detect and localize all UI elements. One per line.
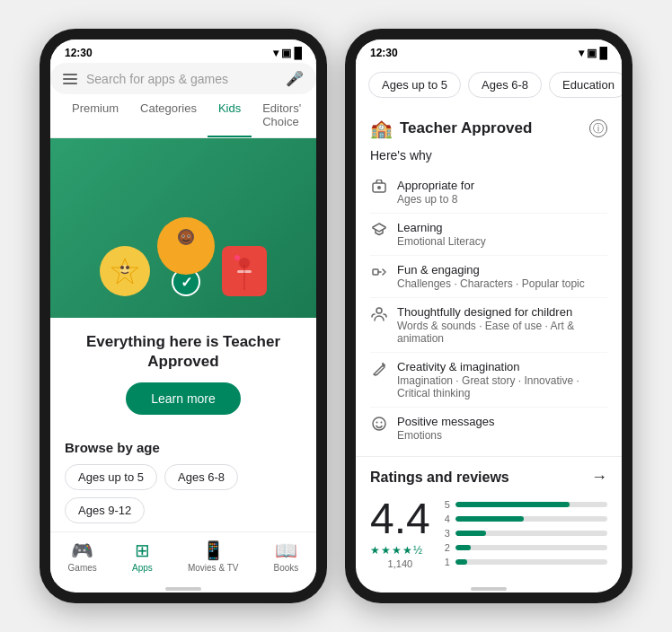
criteria-fun: Fun & engaging Challenges · Characters ·…	[370, 256, 607, 298]
left-home-indicator	[165, 587, 201, 591]
teacher-title: Teacher Approved	[400, 119, 532, 137]
left-time: 12:30	[65, 47, 93, 59]
bar-fill-4	[455, 516, 524, 522]
tab-kids[interactable]: Kids	[208, 94, 252, 137]
hamburger-icon[interactable]	[63, 74, 77, 84]
nav-tabs: Premium Categories Kids Editors' Choice	[50, 94, 316, 138]
star-character	[100, 246, 150, 296]
filter-education[interactable]: Education	[549, 72, 622, 98]
learning-icon	[370, 222, 388, 241]
bar-label-3: 3	[445, 528, 450, 539]
svg-line-11	[175, 248, 179, 253]
positive-subtitle: Emotions	[397, 429, 607, 442]
bar-row-3: 3	[445, 528, 607, 539]
nav-movies[interactable]: 📱 Movies & TV	[188, 540, 239, 573]
right-home-indicator	[471, 587, 507, 591]
svg-point-37	[381, 422, 383, 424]
fun-subtitle: Challenges · Characters · Popular topic	[397, 277, 607, 290]
bar-fill-1	[455, 559, 468, 565]
svg-point-8	[182, 235, 184, 237]
books-icon: 📖	[275, 540, 297, 561]
star-half: ½	[413, 544, 422, 557]
ratings-arrow[interactable]: →	[591, 468, 607, 487]
bag-character	[222, 246, 267, 296]
heres-why: Here's why	[370, 148, 607, 162]
learning-subtitle: Emotional Literacy	[397, 235, 607, 248]
learning-title: Learning	[397, 221, 607, 234]
rating-number: 4.4	[370, 497, 430, 540]
search-bar-container: Search for apps & games 🎤	[50, 63, 316, 94]
appropriate-title: Appropriate for	[397, 179, 607, 192]
hero-section: ✓	[50, 138, 316, 318]
tab-categories[interactable]: Categories	[129, 94, 208, 137]
left-scroll-content: ✓	[50, 138, 316, 531]
star-3: ★	[392, 544, 402, 557]
stars-row: ★ ★ ★ ★ ½	[370, 544, 430, 557]
svg-point-36	[376, 422, 378, 424]
nav-games[interactable]: 🎮 Games	[68, 540, 97, 573]
appropriate-subtitle: Ages up to 8	[397, 193, 607, 206]
bars-section: 5 4	[445, 499, 607, 567]
svg-point-2	[120, 266, 124, 269]
teacher-hat-icon: 🏫	[370, 118, 393, 139]
ratings-title: Ratings and reviews	[370, 470, 509, 486]
chip-ages-9-12[interactable]: Ages 9-12	[65, 497, 145, 523]
chip-ages-6-8[interactable]: Ages 6-8	[164, 464, 238, 490]
bar-track-4	[455, 516, 607, 522]
teacher-title-group: 🏫 Teacher Approved	[370, 118, 532, 139]
creativity-icon	[370, 361, 388, 381]
games-icon: 🎮	[71, 540, 93, 561]
ratings-section: Ratings and reviews → 4.4 ★ ★ ★ ★ ½	[356, 457, 622, 580]
bar-label-2: 2	[445, 542, 450, 553]
age-chips: Ages up to 5 Ages 6-8 Ages 9-12	[65, 464, 302, 523]
tab-editors-choice[interactable]: Editors' Choice	[252, 94, 312, 137]
star-1: ★	[370, 544, 380, 557]
bar-label-5: 5	[445, 499, 450, 510]
search-bar[interactable]: Search for apps & games 🎤	[50, 63, 316, 94]
bar-track-2	[455, 545, 607, 550]
books-label: Books	[274, 563, 299, 573]
svg-rect-10	[179, 246, 193, 259]
hero-title: Everything here is Teacher Approved	[65, 332, 302, 372]
criteria-positive: Positive messages Emotions	[370, 408, 607, 449]
filter-chips: Ages up to 5 Ages 6-8 Education	[356, 63, 622, 107]
positive-title: Positive messages	[397, 415, 607, 428]
creativity-title: Creativity & imagination	[397, 360, 607, 373]
tab-premium[interactable]: Premium	[61, 94, 129, 137]
browse-title: Browse by age	[65, 440, 302, 455]
bar-fill-2	[455, 545, 471, 550]
bar-row-1: 1	[445, 557, 607, 567]
left-status-icons: ▾ ▣ █	[273, 47, 302, 59]
info-icon[interactable]: ⓘ	[589, 119, 607, 137]
right-status-icons: ▾ ▣ █	[579, 47, 607, 59]
chip-ages-5[interactable]: Ages up to 5	[65, 464, 157, 490]
teacher-header: 🏫 Teacher Approved ⓘ	[370, 118, 607, 139]
svg-point-3	[126, 266, 129, 269]
filter-ages-6-8[interactable]: Ages 6-8	[468, 72, 542, 98]
criteria-learning: Learning Emotional Literacy	[370, 214, 607, 256]
bar-label-1: 1	[445, 557, 450, 567]
svg-point-18	[234, 255, 240, 260]
svg-line-12	[193, 248, 197, 253]
right-time: 12:30	[370, 47, 398, 59]
person-character	[157, 217, 215, 275]
apps-icon: ⊞	[135, 540, 150, 561]
teacher-section: 🏫 Teacher Approved ⓘ Here's why	[356, 107, 622, 457]
nav-books[interactable]: 📖 Books	[274, 540, 299, 573]
left-status-bar: 12:30 ▾ ▣ █	[50, 40, 316, 63]
children-icon	[370, 306, 388, 326]
appropriate-icon	[370, 180, 388, 199]
learn-more-button[interactable]: Learn more	[126, 382, 241, 415]
mic-icon[interactable]: 🎤	[286, 70, 304, 87]
apps-label: Apps	[132, 563, 153, 573]
reviews-count: 1,140	[370, 558, 430, 569]
fun-title: Fun & engaging	[397, 263, 607, 276]
criteria-appropriate: Appropriate for Ages up to 8	[370, 171, 607, 214]
fun-icon	[370, 264, 388, 284]
nav-apps[interactable]: ⊞ Apps	[132, 540, 153, 573]
bar-label-4: 4	[445, 514, 450, 524]
bar-row-4: 4	[445, 514, 607, 524]
browse-section: Browse by age Ages up to 5 Ages 6-8 Ages…	[50, 429, 316, 531]
ratings-header: Ratings and reviews →	[370, 468, 607, 487]
filter-ages-5[interactable]: Ages up to 5	[368, 72, 461, 98]
